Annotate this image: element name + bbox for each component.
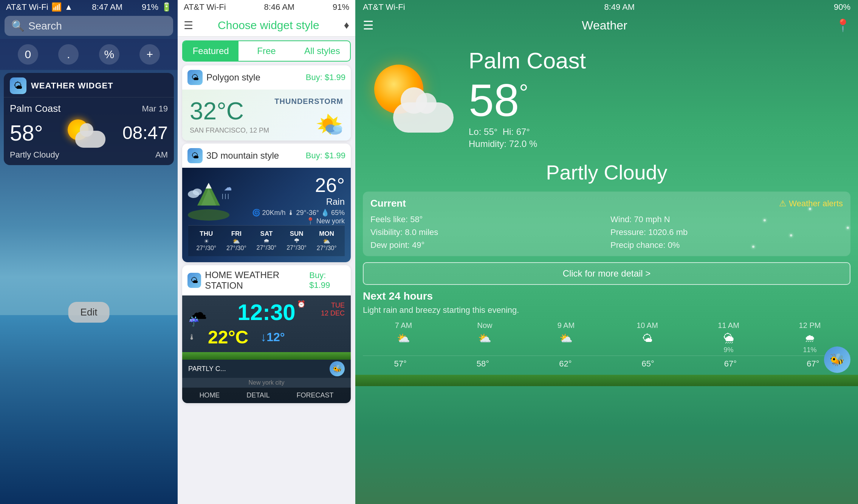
- big-sun-cloud-icon: [370, 65, 454, 133]
- feels-like: Feels like: 58°: [370, 215, 603, 224]
- weather-info: Palm Coast 58 ° Lo: 55° Hi: 67° Humidity…: [469, 48, 843, 149]
- panel3-header: ☰ Weather 📍: [355, 14, 858, 36]
- polygon-card-header: 🌤 Polygon style Buy: $1.99: [182, 65, 351, 90]
- p3-battery: 90%: [834, 2, 850, 12]
- battery-text: 91%: [142, 2, 158, 12]
- widget-location-row: Palm Coast Mar 19: [10, 103, 168, 114]
- widget-condition: Partly Cloudy: [10, 150, 59, 160]
- humidity-text: Humidity: 72.0 %: [469, 139, 843, 149]
- panel1-notification-center: AT&T Wi-Fi 📶 ▲ 8:47 AM 91% 🔋 🔍 Search 0 …: [0, 0, 178, 504]
- home-station-price[interactable]: Buy: $1.99: [309, 271, 345, 290]
- detail-button[interactable]: Click for more detail >: [363, 262, 850, 285]
- home-station-header-left: 🌤 HOME WEATHER STATION: [187, 270, 309, 291]
- city-name: Palm Coast: [469, 48, 843, 74]
- panel1-status-bar: AT&T Wi-Fi 📶 ▲ 8:47 AM 91% 🔋: [0, 0, 178, 14]
- big-temperature: 58: [469, 77, 519, 123]
- polygon-sun-icon: [311, 110, 345, 137]
- current-section: Current ⚠ Weather alerts Feels like: 58°…: [363, 192, 850, 256]
- calc-plus[interactable]: +: [139, 44, 160, 65]
- station-nav-forecast[interactable]: FORECAST: [297, 391, 334, 399]
- home-station-icon: 🌤: [187, 273, 201, 288]
- widget-header: 🌤 WEATHER WIDGET: [4, 73, 174, 97]
- next24-description: Light rain and breezy starting this even…: [363, 305, 850, 315]
- current-title: Current: [370, 198, 406, 209]
- next24-section: Next 24 hours Light rain and breezy star…: [363, 290, 850, 372]
- widget-condition-row: Partly Cloudy AM: [10, 150, 168, 160]
- calc-percent[interactable]: %: [99, 44, 119, 65]
- status-right: 91% 🔋: [142, 2, 172, 12]
- temp-now: 58°: [445, 359, 520, 369]
- panel3-weather-app: AT&T Wi-Fi 8:49 AM 90% ☰ Weather 📍 Palm …: [355, 0, 858, 504]
- menu-icon[interactable]: ☰: [184, 19, 193, 32]
- panel2-widget-chooser: AT&T Wi-Fi 8:46 AM 91% ☰ Choose widget s…: [178, 0, 355, 504]
- tab-featured[interactable]: Featured: [183, 41, 239, 61]
- glitter-2: [790, 234, 792, 237]
- signal-arrow: ▲: [65, 2, 73, 12]
- widget-body: Palm Coast Mar 19 58° 08:47 Partly Cloud…: [4, 97, 174, 165]
- temp-10am: 65°: [610, 359, 685, 369]
- hourly-temps: 57° 58° 62° 65° 67° 67°: [363, 356, 850, 372]
- p2-battery: 91%: [333, 2, 349, 12]
- station-bee-icon: 🐝: [330, 361, 345, 376]
- hour-7am: 7 AM ⛅: [363, 321, 444, 356]
- search-bar[interactable]: 🔍 Search: [5, 16, 173, 36]
- polygon-app-icon: 🌤: [187, 70, 203, 85]
- station-nav-detail[interactable]: DETAIL: [246, 391, 270, 399]
- glitter-4: [752, 246, 754, 248]
- p3-location-icon[interactable]: 📍: [835, 18, 850, 32]
- p2-time: 8:46 AM: [264, 2, 294, 12]
- forecast-mon: MON ⛅ 27°/30°: [317, 230, 337, 252]
- hour-11am: 11 AM 🌦 9%: [688, 321, 769, 356]
- mountain-app-icon: 🌤: [187, 148, 203, 163]
- svg-text:|  |  |: | | |: [222, 193, 229, 199]
- hourly-row: 7 AM ⛅ Now ⛅ 9 AM ⛅ 10 AM 🌤 11 AM �: [363, 321, 850, 356]
- calc-dot[interactable]: .: [58, 44, 79, 65]
- temp-9am: 62°: [528, 359, 603, 369]
- glitter-5: [847, 227, 849, 229]
- polygon-condition: THUNDERSTORM: [274, 97, 343, 106]
- home-station-title: HOME WEATHER STATION: [205, 270, 309, 291]
- polygon-temp: 32°C: [190, 97, 244, 125]
- glitter-1: [764, 219, 766, 221]
- polygon-preview: 32°C THUNDERSTORM SAN FRANCISCO, 12 PM: [182, 90, 351, 141]
- wind: Wind: 70 mph N: [610, 215, 843, 224]
- widget-weather-icon: [60, 117, 105, 148]
- svg-marker-8: [206, 183, 212, 189]
- p3-menu-icon[interactable]: ☰: [363, 18, 374, 32]
- current-header: Current ⚠ Weather alerts: [370, 198, 843, 209]
- svg-text:☁: ☁: [224, 182, 231, 192]
- panel3-status-bar: AT&T Wi-Fi 8:49 AM 90%: [355, 0, 858, 14]
- bee-icon-panel3: 🐝: [824, 346, 850, 373]
- mountain-card-title: 3D mountain style: [206, 150, 279, 161]
- carrier-text: AT&T Wi-Fi: [6, 2, 48, 12]
- mountain-preview: ☁ | | | 26° Rain 🌀 20Km/h 🌡 29°-36° 💧 65…: [182, 168, 351, 262]
- mountain-style-card[interactable]: 🌤 3D mountain style Buy: $1.99 ☁ | |: [182, 144, 351, 262]
- dew-point: Dew point: 49°: [370, 240, 603, 250]
- station-nav-home[interactable]: HOME: [199, 391, 220, 399]
- mountain-card-price[interactable]: Buy: $1.99: [306, 151, 345, 161]
- tab-free[interactable]: Free: [239, 41, 294, 61]
- weather-alerts-badge[interactable]: ⚠ Weather alerts: [779, 199, 843, 209]
- station-down-temp: ↓12°: [260, 330, 285, 344]
- diamond-icon[interactable]: ♦: [344, 19, 349, 31]
- calc-zero[interactable]: 0: [18, 44, 38, 65]
- widget-temperature: 58°: [10, 120, 43, 145]
- forecast-sat: SAT 🌧 27°/30°: [257, 230, 277, 252]
- svg-point-4: [333, 125, 342, 132]
- next24-title: Next 24 hours: [363, 290, 850, 302]
- station-temp: 22°C: [202, 327, 254, 348]
- polygon-header-left: 🌤 Polygon style: [187, 70, 260, 85]
- tab-all-styles[interactable]: All styles: [294, 41, 350, 61]
- polygon-style-card[interactable]: 🌤 Polygon style Buy: $1.99 32°C THUNDERS…: [182, 65, 351, 141]
- panel2-header: ☰ Choose widget style ♦: [178, 14, 355, 37]
- home-station-card[interactable]: 🌤 HOME WEATHER STATION Buy: $1.99 ☁ ☔ ⏰ …: [182, 265, 351, 403]
- cloud-shape: [75, 131, 105, 148]
- home-station-preview: ☁ ☔ ⏰ 12:30 TUE 12 DEC 🌡 22°C ↓12° PARTL…: [182, 295, 351, 403]
- forecast-fri: FRI ⛅ 27°/30°: [226, 230, 246, 252]
- hour-now: Now ⛅: [444, 321, 525, 356]
- search-placeholder: Search: [28, 20, 62, 32]
- polygon-card-price[interactable]: Buy: $1.99: [306, 73, 345, 82]
- svg-point-5: [188, 209, 229, 221]
- edit-button[interactable]: Edit: [68, 302, 110, 323]
- calculator-row: 0 . % +: [0, 39, 178, 70]
